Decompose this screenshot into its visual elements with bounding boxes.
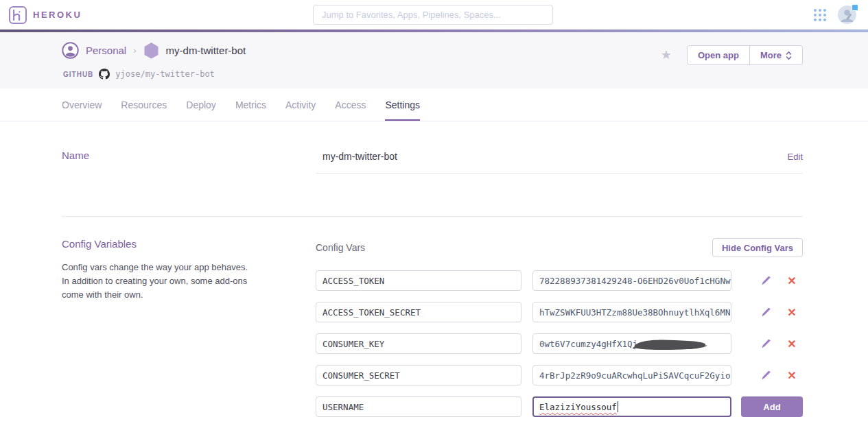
new-var-value-input[interactable]: ElaziziYoussouf [532,396,731,417]
var-key-field[interactable]: CONSUMER_KEY [316,333,521,354]
github-label: GITHUB [63,71,93,78]
tab-settings[interactable]: Settings [385,88,420,121]
config-var-row: CONSUMER_SECRET 4rBrJp2zR9o9cuARcwhqLuPi… [316,365,803,385]
new-var-key-input[interactable]: USERNAME [316,396,521,417]
github-octocat-icon [99,69,110,80]
edit-var-pencil-icon[interactable] [760,337,773,350]
search-input[interactable] [313,5,553,25]
edit-name-link[interactable]: Edit [788,152,803,162]
favorite-star-icon[interactable]: ★ [661,45,672,64]
config-var-row: CONSUMER_KEY 0wt6V7cumzy4gHfX1Qj ✕ [316,333,803,354]
app-name-value: my-dm-twitter-bot [322,151,397,162]
top-navbar: HEROKU [0,0,868,29]
user-avatar[interactable] [838,5,856,24]
tab-deploy[interactable]: Deploy [186,88,216,121]
delete-var-x-icon[interactable]: ✕ [786,337,798,350]
open-app-button[interactable]: Open app [688,46,749,64]
var-value-field[interactable]: 4rBrJp2zR9o9cuARcwhqLuPiSAVCqcuF2Gyion [532,365,731,385]
var-value-field[interactable]: 0wt6V7cumzy4gHfX1Qj [532,333,731,354]
delete-var-x-icon[interactable]: ✕ [786,306,798,318]
hide-config-vars-button[interactable]: Hide Config Vars [712,238,803,257]
tab-activity[interactable]: Activity [285,88,316,121]
more-button[interactable]: More [749,46,802,64]
config-section-description: Config vars change the way your app beha… [62,261,250,302]
delete-var-x-icon[interactable]: ✕ [786,274,798,287]
github-repo-link[interactable]: yjose/my-twitter-bot [115,69,215,79]
breadcrumb-owner[interactable]: Personal [86,45,126,56]
new-config-var-row: USERNAME ElaziziYoussouf Add [316,396,803,417]
section-divider [62,216,803,217]
app-header: Personal › my-dm-twitter-bot GITHUB yjos… [0,32,868,88]
notification-badge [852,4,858,11]
redaction-scribble [631,337,712,351]
delete-var-x-icon[interactable]: ✕ [786,369,798,381]
app-hexagon-icon [143,42,159,59]
add-var-button[interactable]: Add [741,396,803,417]
edit-var-pencil-icon[interactable] [760,274,773,287]
typed-value-text: ElaziziYoussouf [539,402,617,412]
config-vars-section: Config Variables Config vars change the … [0,238,868,428]
brand-name: HEROKU [33,10,82,20]
more-button-label: More [760,50,782,60]
edit-var-pencil-icon[interactable] [760,306,773,318]
tab-access[interactable]: Access [335,88,366,121]
config-section-title: Config Variables [62,238,316,250]
app-name-row: my-dm-twitter-bot Edit [316,150,803,174]
chevrons-up-down-icon [786,51,792,60]
app-tabs: Overview Resources Deploy Metrics Activi… [0,88,868,121]
heroku-brand[interactable]: HEROKU [0,6,82,24]
github-link-row: GITHUB yjose/my-twitter-bot [63,69,246,80]
var-value-field[interactable]: hTwZSWKFUU3HTZzm88Ue38BOhnuytlhXql6MN8 [532,302,731,322]
tab-metrics[interactable]: Metrics [235,88,266,121]
name-section: Name my-dm-twitter-bot Edit [0,121,868,174]
text-caret [618,401,618,412]
config-vars-panel-title: Config Vars [316,242,365,253]
var-value-text: 0wt6V7cumzy4gHfX1Qj [539,339,637,349]
breadcrumb-app-name: my-dm-twitter-bot [166,45,246,56]
apps-grid-icon[interactable] [814,9,826,21]
app-actions-group: Open app More [687,45,803,65]
tab-overview[interactable]: Overview [62,88,102,121]
tab-resources[interactable]: Resources [121,88,167,121]
var-key-field[interactable]: CONSUMER_SECRET [316,365,521,385]
var-key-field[interactable]: ACCESS_TOKEN_SECRET [316,302,521,322]
personal-account-icon [62,42,79,59]
name-section-title: Name [62,150,316,161]
edit-var-pencil-icon[interactable] [760,369,773,381]
breadcrumb-separator: › [133,45,136,56]
breadcrumb: Personal › my-dm-twitter-bot [62,42,246,59]
config-var-row: ACCESS_TOKEN 782288937381429248-O6EHD26v… [316,270,803,291]
var-value-field[interactable]: 782288937381429248-O6EHD26v0Uof1cHGNwZ [532,270,731,291]
heroku-logo-icon [9,6,27,24]
config-var-row: ACCESS_TOKEN_SECRET hTwZSWKFUU3HTZzm88Ue… [316,302,803,322]
var-key-field[interactable]: ACCESS_TOKEN [316,270,521,291]
